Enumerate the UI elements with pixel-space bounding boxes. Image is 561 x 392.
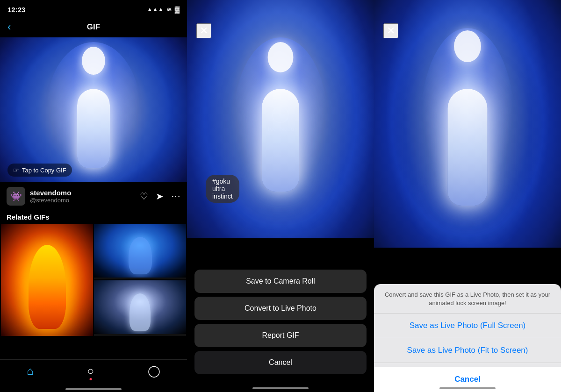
save-fit-screen-button[interactable]: Save as Live Photo (Fit to Screen) — [374, 338, 561, 363]
tap-to-copy-overlay: ☞ Tap to Copy GIF — [7, 164, 72, 177]
save-full-screen-button[interactable]: Save as Live Photo (Full Screen) — [374, 314, 561, 338]
character-image — [421, 28, 514, 215]
gif-image — [0, 37, 187, 182]
notification-dot — [89, 378, 92, 380]
home-icon: ⌂ — [27, 364, 34, 378]
related-gifs-grid — [0, 224, 187, 336]
related-gif-item[interactable] — [94, 224, 186, 279]
panel-live-photo-sheet: ✕ Convert and save this GIF as a Live Ph… — [374, 0, 561, 392]
panel-gif-menu: ✕ ✦ TechNadu #goku ultra instinct Save t… — [187, 0, 374, 392]
nav-search[interactable]: ○ — [87, 364, 94, 378]
like-button[interactable]: ♡ — [140, 191, 148, 202]
back-button[interactable]: ‹ — [7, 21, 11, 33]
action-buttons: ♡ ➤ ⋯ — [140, 191, 180, 202]
save-camera-roll-button[interactable]: Save to Camera Roll — [194, 270, 367, 293]
live-photo-action-sheet: Convert and save this GIF as a Live Phot… — [374, 284, 561, 392]
username[interactable]: stevendomo — [30, 189, 135, 197]
status-icons: ▲▲▲ ≋ ▓ — [147, 6, 180, 13]
user-row: 👾 stevendomo @stevendomo ♡ ➤ ⋯ — [0, 182, 187, 210]
avatar[interactable]: 👾 — [7, 187, 25, 206]
convert-live-photo-button[interactable]: Convert to Live Photo — [194, 297, 367, 320]
home-indicator — [252, 387, 309, 389]
tap-icon: ☞ — [13, 166, 19, 174]
page-header: ‹ GIF — [0, 17, 187, 37]
gif-background-view — [374, 0, 561, 248]
gif-character-full — [234, 37, 327, 201]
search-icon: ○ — [87, 364, 94, 378]
status-time: 12:23 — [7, 6, 25, 14]
more-button[interactable]: ⋯ — [171, 191, 180, 202]
home-indicator — [439, 387, 496, 389]
profile-icon: ◯ — [148, 364, 160, 378]
main-gif-display[interactable]: ☞ Tap to Copy GIF — [0, 37, 187, 182]
nav-profile[interactable]: ◯ — [148, 364, 160, 378]
report-gif-button[interactable]: Report GIF — [194, 324, 367, 347]
panel-gif-viewer: 12:23 ▲▲▲ ≋ ▓ ‹ GIF ☞ Tap to Copy GIF 👾 — [0, 0, 187, 392]
sheet-description: Convert and save this GIF as a Live Phot… — [374, 284, 561, 314]
close-button[interactable]: ✕ — [383, 23, 398, 38]
status-bar: 12:23 ▲▲▲ ≋ ▓ — [0, 0, 187, 17]
nav-home[interactable]: ⌂ — [27, 364, 34, 378]
user-handle[interactable]: @stevendomo — [30, 197, 135, 204]
page-title: GIF — [87, 22, 100, 32]
related-gif-thumb-1 — [1, 224, 93, 336]
cancel-button[interactable]: Cancel — [194, 351, 367, 374]
action-menu: Save to Camera Roll Convert to Live Phot… — [187, 270, 374, 392]
bottom-navigation: ⌂ ○ ◯ — [0, 359, 187, 392]
user-info: stevendomo @stevendomo — [30, 189, 135, 204]
related-gif-thumb-2 — [94, 224, 186, 278]
related-gifs-header: Related GIFs — [0, 210, 187, 224]
tap-text: Tap to Copy GIF — [22, 167, 66, 174]
signal-icon: ▲▲▲ — [147, 6, 164, 13]
gif-character — [47, 42, 140, 178]
battery-icon: ▓ — [175, 6, 180, 13]
close-button[interactable]: ✕ — [196, 23, 211, 38]
related-gif-thumb-3 — [94, 280, 186, 334]
wifi-icon: ≋ — [166, 6, 172, 13]
share-button[interactable]: ➤ — [156, 191, 164, 202]
home-indicator — [65, 388, 122, 390]
related-gif-item[interactable] — [94, 280, 186, 336]
character-thumb-1 — [29, 245, 66, 329]
related-gif-item[interactable] — [1, 224, 93, 336]
avatar-icon: 👾 — [10, 191, 22, 202]
